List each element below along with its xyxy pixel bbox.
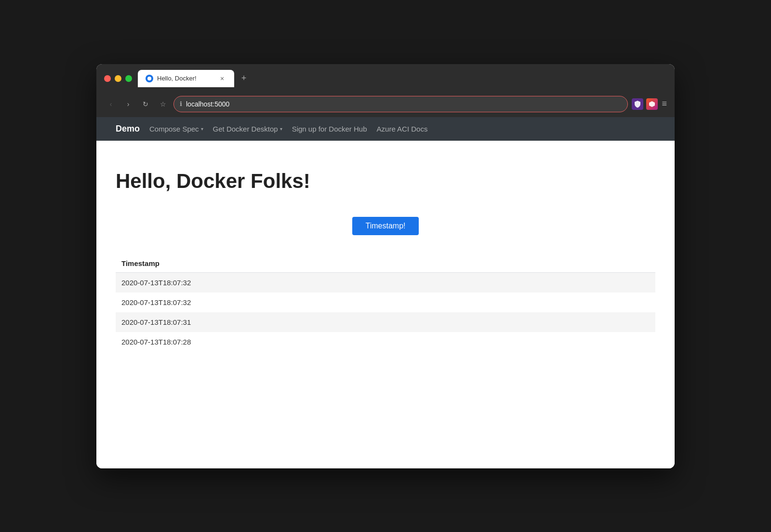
tab-title: Hello, Docker! bbox=[157, 75, 214, 82]
reload-icon: ↻ bbox=[143, 100, 148, 108]
security-icon: ℹ bbox=[180, 100, 182, 107]
nav-link-compose-spec-label: Compose Spec bbox=[149, 125, 199, 133]
svg-marker-0 bbox=[649, 101, 655, 107]
tab-bar: Hello, Docker! × + bbox=[138, 70, 251, 87]
close-tab-button[interactable]: × bbox=[218, 74, 226, 83]
nav-link-docker-hub[interactable]: Sign up for Docker Hub bbox=[292, 123, 367, 135]
compose-spec-dropdown-arrow: ▾ bbox=[201, 126, 203, 132]
page-heading: Hello, Docker Folks! bbox=[116, 170, 655, 193]
timestamp-table: Timestamp 2020-07-13T18:07:322020-07-13T… bbox=[116, 254, 655, 352]
timestamp-button-row: Timestamp! bbox=[116, 217, 655, 235]
nav-link-docker-hub-label: Sign up for Docker Hub bbox=[292, 125, 367, 133]
forward-button[interactable]: › bbox=[121, 97, 135, 111]
bookmark-button[interactable]: ☆ bbox=[156, 97, 170, 111]
nav-link-docker-desktop-label: Get Docker Desktop bbox=[213, 125, 278, 133]
active-tab[interactable]: Hello, Docker! × bbox=[138, 70, 234, 87]
tab-favicon bbox=[146, 75, 153, 82]
nav-link-docker-desktop[interactable]: Get Docker Desktop ▾ bbox=[213, 123, 282, 135]
title-bar: Hello, Docker! × + bbox=[96, 64, 675, 92]
nav-brand[interactable]: Demo bbox=[116, 124, 140, 134]
address-bar-row: ‹ › ↻ ☆ ℹ ≡ bbox=[96, 92, 675, 117]
table-row: 2020-07-13T18:07:32 bbox=[116, 293, 655, 312]
back-icon: ‹ bbox=[110, 100, 112, 108]
bookmark-icon: ☆ bbox=[160, 100, 166, 108]
brave-shield-icon[interactable] bbox=[632, 98, 643, 110]
address-bar-container: ℹ bbox=[173, 96, 628, 112]
table-row: 2020-07-13T18:07:28 bbox=[116, 332, 655, 352]
reload-button[interactable]: ↻ bbox=[139, 97, 152, 111]
site-navbar: Demo Compose Spec ▾ Get Docker Desktop ▾… bbox=[96, 117, 675, 141]
table-row: 2020-07-13T18:07:31 bbox=[116, 312, 655, 332]
close-button[interactable] bbox=[104, 75, 111, 82]
browser-menu-button[interactable]: ≡ bbox=[662, 99, 667, 109]
browser-window: Hello, Docker! × + ‹ › ↻ ☆ ℹ bbox=[96, 64, 675, 468]
nav-link-azure-docs-label: Azure ACI Docs bbox=[377, 125, 428, 133]
minimize-button[interactable] bbox=[115, 75, 121, 82]
forward-icon: › bbox=[127, 100, 130, 108]
timestamp-column-header: Timestamp bbox=[116, 254, 655, 273]
main-content: Hello, Docker Folks! Timestamp! Timestam… bbox=[96, 141, 675, 468]
maximize-button[interactable] bbox=[125, 75, 132, 82]
brave-extension-icon[interactable] bbox=[646, 98, 658, 110]
title-bar-top: Hello, Docker! × + bbox=[104, 70, 667, 87]
timestamp-button[interactable]: Timestamp! bbox=[352, 217, 419, 235]
nav-link-compose-spec[interactable]: Compose Spec ▾ bbox=[149, 123, 203, 135]
nav-link-azure-docs[interactable]: Azure ACI Docs bbox=[377, 123, 428, 135]
address-input[interactable] bbox=[186, 100, 622, 108]
new-tab-button[interactable]: + bbox=[237, 72, 251, 85]
browser-extensions bbox=[632, 98, 658, 110]
docker-desktop-dropdown-arrow: ▾ bbox=[280, 126, 282, 132]
window-controls bbox=[104, 75, 132, 82]
table-row: 2020-07-13T18:07:32 bbox=[116, 272, 655, 293]
back-button[interactable]: ‹ bbox=[104, 97, 118, 111]
